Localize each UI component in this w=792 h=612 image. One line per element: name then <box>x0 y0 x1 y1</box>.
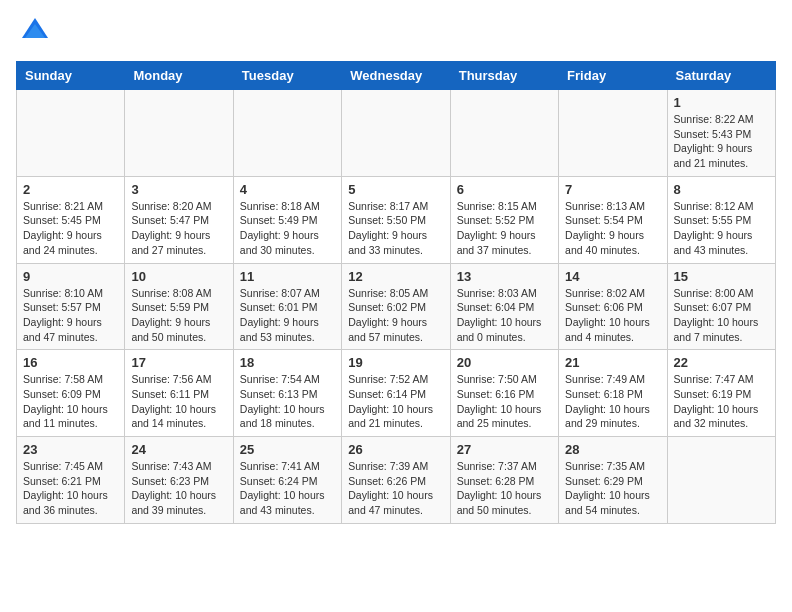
day-cell <box>233 90 341 177</box>
day-cell: 9Sunrise: 8:10 AM Sunset: 5:57 PM Daylig… <box>17 263 125 350</box>
day-number: 6 <box>457 182 552 197</box>
day-info: Sunrise: 8:10 AM Sunset: 5:57 PM Dayligh… <box>23 286 118 345</box>
day-cell: 4Sunrise: 8:18 AM Sunset: 5:49 PM Daylig… <box>233 176 341 263</box>
day-info: Sunrise: 7:54 AM Sunset: 6:13 PM Dayligh… <box>240 372 335 431</box>
day-number: 24 <box>131 442 226 457</box>
day-number: 2 <box>23 182 118 197</box>
day-number: 13 <box>457 269 552 284</box>
day-cell: 28Sunrise: 7:35 AM Sunset: 6:29 PM Dayli… <box>559 437 667 524</box>
day-number: 20 <box>457 355 552 370</box>
day-cell: 3Sunrise: 8:20 AM Sunset: 5:47 PM Daylig… <box>125 176 233 263</box>
day-number: 17 <box>131 355 226 370</box>
logo-icon <box>20 16 50 46</box>
day-cell: 1Sunrise: 8:22 AM Sunset: 5:43 PM Daylig… <box>667 90 775 177</box>
day-info: Sunrise: 8:05 AM Sunset: 6:02 PM Dayligh… <box>348 286 443 345</box>
day-info: Sunrise: 8:00 AM Sunset: 6:07 PM Dayligh… <box>674 286 769 345</box>
day-info: Sunrise: 8:13 AM Sunset: 5:54 PM Dayligh… <box>565 199 660 258</box>
day-info: Sunrise: 7:52 AM Sunset: 6:14 PM Dayligh… <box>348 372 443 431</box>
day-cell: 18Sunrise: 7:54 AM Sunset: 6:13 PM Dayli… <box>233 350 341 437</box>
week-row-1: 1Sunrise: 8:22 AM Sunset: 5:43 PM Daylig… <box>17 90 776 177</box>
day-number: 11 <box>240 269 335 284</box>
day-cell <box>559 90 667 177</box>
day-cell: 5Sunrise: 8:17 AM Sunset: 5:50 PM Daylig… <box>342 176 450 263</box>
day-cell: 24Sunrise: 7:43 AM Sunset: 6:23 PM Dayli… <box>125 437 233 524</box>
day-number: 9 <box>23 269 118 284</box>
day-cell: 26Sunrise: 7:39 AM Sunset: 6:26 PM Dayli… <box>342 437 450 524</box>
day-number: 1 <box>674 95 769 110</box>
day-number: 23 <box>23 442 118 457</box>
day-header-saturday: Saturday <box>667 62 775 90</box>
day-number: 12 <box>348 269 443 284</box>
day-cell <box>17 90 125 177</box>
day-info: Sunrise: 8:12 AM Sunset: 5:55 PM Dayligh… <box>674 199 769 258</box>
day-header-friday: Friday <box>559 62 667 90</box>
calendar-table: SundayMondayTuesdayWednesdayThursdayFrid… <box>16 61 776 524</box>
day-cell: 17Sunrise: 7:56 AM Sunset: 6:11 PM Dayli… <box>125 350 233 437</box>
days-header-row: SundayMondayTuesdayWednesdayThursdayFrid… <box>17 62 776 90</box>
day-info: Sunrise: 7:39 AM Sunset: 6:26 PM Dayligh… <box>348 459 443 518</box>
day-cell: 12Sunrise: 8:05 AM Sunset: 6:02 PM Dayli… <box>342 263 450 350</box>
day-cell: 23Sunrise: 7:45 AM Sunset: 6:21 PM Dayli… <box>17 437 125 524</box>
day-cell: 22Sunrise: 7:47 AM Sunset: 6:19 PM Dayli… <box>667 350 775 437</box>
day-number: 26 <box>348 442 443 457</box>
day-cell: 19Sunrise: 7:52 AM Sunset: 6:14 PM Dayli… <box>342 350 450 437</box>
day-number: 4 <box>240 182 335 197</box>
week-row-3: 9Sunrise: 8:10 AM Sunset: 5:57 PM Daylig… <box>17 263 776 350</box>
day-number: 14 <box>565 269 660 284</box>
logo <box>16 16 50 51</box>
day-header-thursday: Thursday <box>450 62 558 90</box>
day-cell <box>667 437 775 524</box>
day-cell: 27Sunrise: 7:37 AM Sunset: 6:28 PM Dayli… <box>450 437 558 524</box>
day-info: Sunrise: 8:22 AM Sunset: 5:43 PM Dayligh… <box>674 112 769 171</box>
day-cell: 21Sunrise: 7:49 AM Sunset: 6:18 PM Dayli… <box>559 350 667 437</box>
day-number: 22 <box>674 355 769 370</box>
day-number: 19 <box>348 355 443 370</box>
day-info: Sunrise: 7:37 AM Sunset: 6:28 PM Dayligh… <box>457 459 552 518</box>
day-info: Sunrise: 8:08 AM Sunset: 5:59 PM Dayligh… <box>131 286 226 345</box>
day-number: 21 <box>565 355 660 370</box>
day-cell: 10Sunrise: 8:08 AM Sunset: 5:59 PM Dayli… <box>125 263 233 350</box>
day-info: Sunrise: 7:47 AM Sunset: 6:19 PM Dayligh… <box>674 372 769 431</box>
day-number: 25 <box>240 442 335 457</box>
day-number: 16 <box>23 355 118 370</box>
day-number: 7 <box>565 182 660 197</box>
day-number: 15 <box>674 269 769 284</box>
day-header-wednesday: Wednesday <box>342 62 450 90</box>
day-info: Sunrise: 7:49 AM Sunset: 6:18 PM Dayligh… <box>565 372 660 431</box>
day-cell: 14Sunrise: 8:02 AM Sunset: 6:06 PM Dayli… <box>559 263 667 350</box>
day-cell: 8Sunrise: 8:12 AM Sunset: 5:55 PM Daylig… <box>667 176 775 263</box>
day-info: Sunrise: 7:45 AM Sunset: 6:21 PM Dayligh… <box>23 459 118 518</box>
day-cell: 20Sunrise: 7:50 AM Sunset: 6:16 PM Dayli… <box>450 350 558 437</box>
day-cell: 7Sunrise: 8:13 AM Sunset: 5:54 PM Daylig… <box>559 176 667 263</box>
day-cell: 11Sunrise: 8:07 AM Sunset: 6:01 PM Dayli… <box>233 263 341 350</box>
day-cell <box>342 90 450 177</box>
day-number: 10 <box>131 269 226 284</box>
day-info: Sunrise: 8:21 AM Sunset: 5:45 PM Dayligh… <box>23 199 118 258</box>
day-info: Sunrise: 8:17 AM Sunset: 5:50 PM Dayligh… <box>348 199 443 258</box>
week-row-4: 16Sunrise: 7:58 AM Sunset: 6:09 PM Dayli… <box>17 350 776 437</box>
day-cell: 6Sunrise: 8:15 AM Sunset: 5:52 PM Daylig… <box>450 176 558 263</box>
day-number: 27 <box>457 442 552 457</box>
day-info: Sunrise: 8:03 AM Sunset: 6:04 PM Dayligh… <box>457 286 552 345</box>
day-cell: 25Sunrise: 7:41 AM Sunset: 6:24 PM Dayli… <box>233 437 341 524</box>
day-number: 8 <box>674 182 769 197</box>
day-info: Sunrise: 7:58 AM Sunset: 6:09 PM Dayligh… <box>23 372 118 431</box>
day-header-sunday: Sunday <box>17 62 125 90</box>
day-number: 18 <box>240 355 335 370</box>
day-info: Sunrise: 8:20 AM Sunset: 5:47 PM Dayligh… <box>131 199 226 258</box>
day-number: 3 <box>131 182 226 197</box>
day-info: Sunrise: 7:56 AM Sunset: 6:11 PM Dayligh… <box>131 372 226 431</box>
day-info: Sunrise: 7:43 AM Sunset: 6:23 PM Dayligh… <box>131 459 226 518</box>
day-cell: 15Sunrise: 8:00 AM Sunset: 6:07 PM Dayli… <box>667 263 775 350</box>
day-info: Sunrise: 8:15 AM Sunset: 5:52 PM Dayligh… <box>457 199 552 258</box>
day-info: Sunrise: 7:41 AM Sunset: 6:24 PM Dayligh… <box>240 459 335 518</box>
day-info: Sunrise: 7:50 AM Sunset: 6:16 PM Dayligh… <box>457 372 552 431</box>
day-header-tuesday: Tuesday <box>233 62 341 90</box>
day-cell <box>450 90 558 177</box>
day-cell: 2Sunrise: 8:21 AM Sunset: 5:45 PM Daylig… <box>17 176 125 263</box>
day-header-monday: Monday <box>125 62 233 90</box>
week-row-2: 2Sunrise: 8:21 AM Sunset: 5:45 PM Daylig… <box>17 176 776 263</box>
day-info: Sunrise: 8:18 AM Sunset: 5:49 PM Dayligh… <box>240 199 335 258</box>
day-info: Sunrise: 8:02 AM Sunset: 6:06 PM Dayligh… <box>565 286 660 345</box>
day-cell: 16Sunrise: 7:58 AM Sunset: 6:09 PM Dayli… <box>17 350 125 437</box>
